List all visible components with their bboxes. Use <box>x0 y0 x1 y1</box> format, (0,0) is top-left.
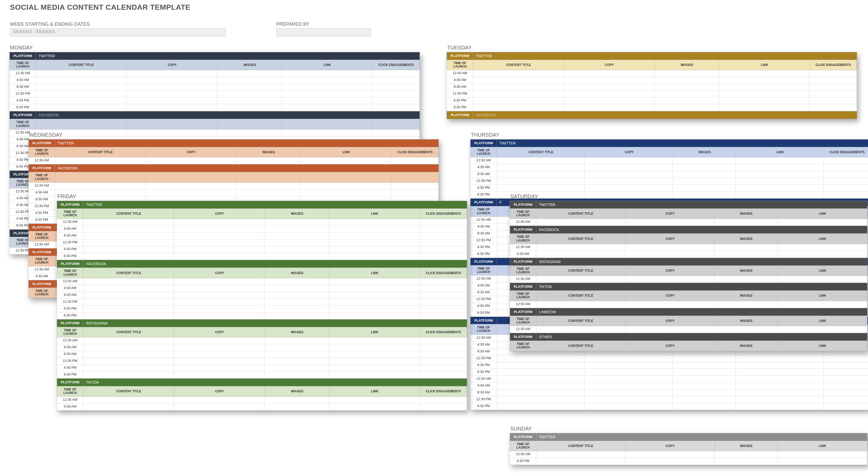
data-cell[interactable] <box>736 158 824 164</box>
data-cell[interactable] <box>282 91 372 98</box>
data-cell[interactable] <box>174 226 265 233</box>
data-cell[interactable] <box>372 91 420 98</box>
data-cell[interactable] <box>420 372 467 378</box>
data-cell[interactable] <box>736 185 824 192</box>
data-cell[interactable] <box>736 355 824 362</box>
data-cell[interactable] <box>809 91 857 98</box>
data-cell[interactable] <box>329 233 420 239</box>
time-cell[interactable]: 8:30 AM <box>447 84 473 91</box>
data-cell[interactable] <box>329 365 420 372</box>
time-cell[interactable]: 12:30 AM <box>510 276 536 283</box>
data-cell[interactable] <box>329 404 420 410</box>
data-cell[interactable] <box>372 84 420 91</box>
time-cell[interactable]: 4:30 AM <box>471 382 497 390</box>
data-cell[interactable] <box>564 70 654 77</box>
data-cell[interactable] <box>473 70 564 77</box>
data-cell[interactable] <box>282 130 372 136</box>
data-cell[interactable] <box>282 98 372 104</box>
time-cell[interactable]: 12:30 AM <box>29 158 55 164</box>
data-cell[interactable] <box>420 253 467 260</box>
data-cell[interactable] <box>564 98 654 104</box>
data-cell[interactable] <box>564 104 654 111</box>
data-cell[interactable] <box>654 98 719 104</box>
data-cell[interactable] <box>420 358 467 365</box>
data-cell[interactable] <box>265 299 329 306</box>
data-cell[interactable] <box>420 233 467 239</box>
time-cell[interactable]: 4:30 PM <box>471 244 497 251</box>
data-cell[interactable] <box>174 246 265 253</box>
data-cell[interactable] <box>585 355 673 362</box>
time-cell[interactable]: 8:30 AM <box>57 233 83 239</box>
data-cell[interactable] <box>736 396 824 403</box>
time-cell[interactable]: 12:30 AM <box>471 276 497 282</box>
data-cell[interactable] <box>824 376 868 382</box>
data-cell[interactable] <box>329 358 420 365</box>
data-cell[interactable] <box>473 84 564 91</box>
data-cell[interactable] <box>673 158 736 164</box>
data-cell[interactable] <box>673 164 736 171</box>
data-cell[interactable] <box>736 171 824 178</box>
data-cell[interactable] <box>126 91 217 98</box>
time-cell[interactable]: 8:30 PM <box>471 192 497 198</box>
time-cell[interactable]: 4:30 AM <box>10 77 36 84</box>
data-cell[interactable] <box>585 382 673 390</box>
time-cell[interactable]: 4:30 AM <box>29 273 55 280</box>
data-cell[interactable] <box>265 226 329 233</box>
data-cell[interactable] <box>174 299 265 306</box>
data-cell[interactable] <box>265 219 329 226</box>
time-cell[interactable]: 12:30 PM <box>29 203 55 210</box>
data-cell[interactable] <box>174 233 265 239</box>
data-cell[interactable] <box>420 404 467 410</box>
data-cell[interactable] <box>83 253 174 260</box>
time-cell[interactable]: 4:30 PM <box>471 362 497 369</box>
data-cell[interactable] <box>497 355 585 362</box>
data-cell[interactable] <box>174 337 265 344</box>
data-cell[interactable] <box>497 396 585 403</box>
time-cell[interactable]: 8:30 PM <box>471 251 497 258</box>
time-cell[interactable]: 12:30 AM <box>471 158 497 164</box>
data-cell[interactable] <box>329 351 420 358</box>
data-cell[interactable] <box>654 70 719 77</box>
time-cell[interactable]: 8:30 AM <box>471 348 497 355</box>
data-cell[interactable] <box>282 84 372 91</box>
data-cell[interactable] <box>282 104 372 111</box>
data-cell[interactable] <box>719 77 809 84</box>
time-cell[interactable]: 4:30 AM <box>57 226 83 233</box>
data-cell[interactable] <box>673 355 736 362</box>
data-cell[interactable] <box>329 337 420 344</box>
data-cell[interactable] <box>420 306 467 312</box>
data-cell[interactable] <box>174 365 265 372</box>
time-cell[interactable]: 12:30 PM <box>471 396 497 403</box>
time-cell[interactable]: 12:30 AM <box>57 278 83 285</box>
data-cell[interactable] <box>126 98 217 104</box>
data-cell[interactable] <box>83 233 174 239</box>
data-cell[interactable] <box>497 403 585 410</box>
data-cell[interactable] <box>420 278 467 285</box>
data-cell[interactable] <box>824 396 868 403</box>
time-cell[interactable]: 8:30 AM <box>471 289 497 296</box>
data-cell[interactable] <box>174 219 265 226</box>
time-cell[interactable]: 4:30 PM <box>471 185 497 192</box>
data-cell[interactable] <box>265 337 329 344</box>
time-cell[interactable]: 4:30 AM <box>471 282 497 289</box>
time-cell[interactable]: 12:30 AM <box>57 337 83 344</box>
data-cell[interactable] <box>236 190 301 196</box>
data-cell[interactable] <box>265 306 329 312</box>
data-cell[interactable] <box>420 219 467 226</box>
time-cell[interactable]: 8:30 AM <box>29 196 55 203</box>
data-cell[interactable] <box>585 164 673 171</box>
time-cell[interactable]: 8:30 PM <box>10 104 36 111</box>
data-cell[interactable] <box>420 344 467 351</box>
data-cell[interactable] <box>372 70 420 77</box>
data-cell[interactable] <box>564 84 654 91</box>
data-cell[interactable] <box>265 233 329 239</box>
data-cell[interactable] <box>585 178 673 185</box>
time-cell[interactable]: 4:30 PM <box>57 306 83 312</box>
time-cell[interactable]: 4:30 AM <box>510 251 536 258</box>
data-cell[interactable] <box>174 239 265 246</box>
data-cell[interactable] <box>420 285 467 292</box>
data-cell[interactable] <box>673 185 736 192</box>
time-cell[interactable]: 12:30 AM <box>510 301 536 308</box>
data-cell[interactable] <box>420 239 467 246</box>
time-cell[interactable]: 12:30 AM <box>510 244 536 251</box>
